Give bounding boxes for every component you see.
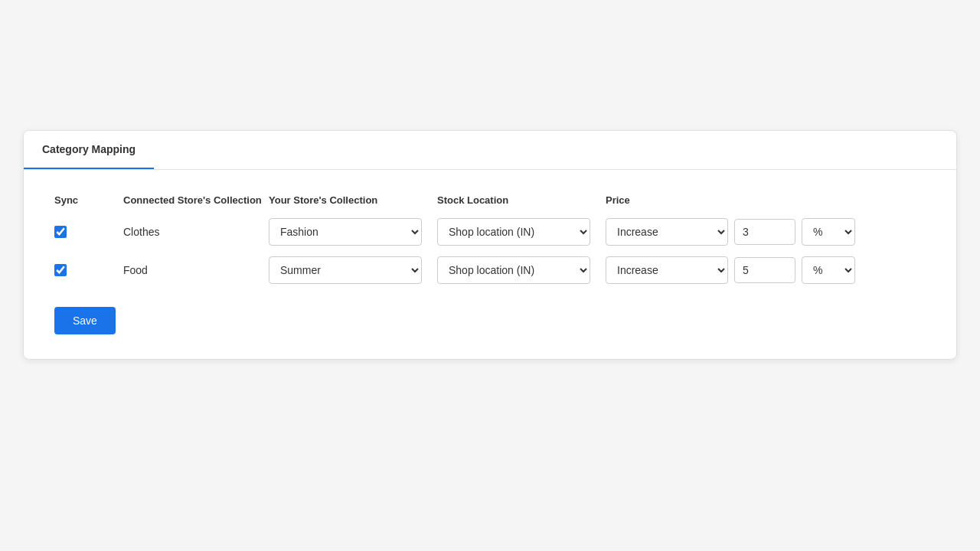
table-row: Clothes Fashion Summer Winter Spring Sho… [54, 218, 926, 246]
price-type-select-row1[interactable]: Increase Decrease Fixed [606, 218, 728, 246]
tab-bar: Category Mapping [24, 131, 956, 170]
card-body: Sync Connected Store's Collection Your S… [24, 170, 956, 359]
header-sync: Sync [54, 194, 123, 206]
price-unit-select-row1[interactable]: % $ € [802, 218, 855, 246]
sync-checkbox-row2[interactable] [54, 264, 67, 276]
price-type-select-row2[interactable]: Increase Decrease Fixed [606, 256, 728, 284]
your-store-select-row1[interactable]: Fashion Summer Winter Spring [269, 218, 422, 246]
stock-select-row1[interactable]: Shop location (IN) Shop location (US) Wa… [437, 218, 590, 246]
cell-connected-row1: Clothes [123, 226, 269, 238]
price-value-input-row2[interactable] [734, 257, 795, 283]
table-row: Food Fashion Summer Winter Spring Shop l… [54, 256, 926, 284]
header-price: Price [606, 194, 926, 206]
price-unit-select-row2[interactable]: % $ € [802, 256, 855, 284]
tab-category-mapping[interactable]: Category Mapping [24, 131, 154, 169]
your-store-select-row2[interactable]: Fashion Summer Winter Spring [269, 256, 422, 284]
cell-connected-row2: Food [123, 264, 269, 276]
sync-checkbox-row1[interactable] [54, 226, 67, 238]
cell-your-store-row2: Fashion Summer Winter Spring [269, 256, 422, 284]
cell-stock-row1: Shop location (IN) Shop location (US) Wa… [437, 218, 590, 246]
header-your-store: Your Store's Collection [269, 194, 422, 206]
header-stock-location: Stock Location [437, 194, 590, 206]
category-mapping-card: Category Mapping Sync Connected Store's … [23, 130, 957, 360]
price-value-input-row1[interactable] [734, 219, 795, 245]
cell-price-row2: Increase Decrease Fixed % $ € [606, 256, 855, 284]
cell-your-store-row1: Fashion Summer Winter Spring [269, 218, 422, 246]
table-header: Sync Connected Store's Collection Your S… [54, 194, 926, 206]
save-button[interactable]: Save [54, 307, 116, 334]
stock-select-row2[interactable]: Shop location (IN) Shop location (US) Wa… [437, 256, 590, 284]
cell-sync-row2 [54, 264, 123, 276]
cell-sync-row1 [54, 226, 123, 238]
cell-stock-row2: Shop location (IN) Shop location (US) Wa… [437, 256, 590, 284]
header-connected-store: Connected Store's Collection [123, 194, 269, 206]
cell-price-row1: Increase Decrease Fixed % $ € [606, 218, 855, 246]
